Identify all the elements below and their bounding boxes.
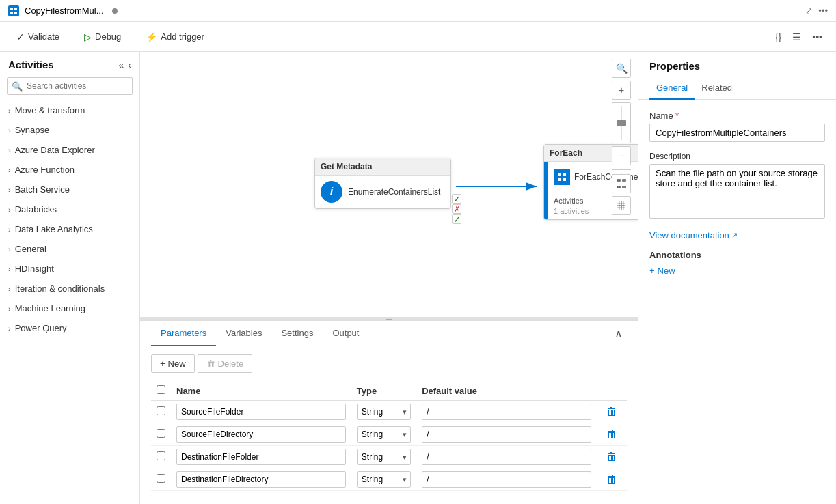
- sidebar-item-azure-function[interactable]: › Azure Function: [0, 160, 139, 180]
- svg-rect-1: [14, 8, 17, 10]
- svg-rect-11: [623, 180, 625, 181]
- name-field: Name *: [649, 111, 825, 142]
- param-name-input[interactable]: [176, 471, 346, 488]
- sidebar-item-move-transform[interactable]: › Move & transform: [0, 100, 139, 120]
- more-options-icon[interactable]: •••: [809, 29, 825, 45]
- foreach-sub-title: Activities: [554, 197, 583, 205]
- sidebar-item-label: Databricks: [15, 204, 57, 214]
- sidebar-item-machine-learning[interactable]: › Machine Learning: [0, 298, 139, 318]
- row-checkbox[interactable]: [157, 451, 165, 460]
- param-name-input[interactable]: [176, 449, 346, 465]
- validate-button[interactable]: ✓ Validate: [11, 29, 65, 45]
- row-checkbox[interactable]: [157, 474, 165, 483]
- chevron-icon: ›: [8, 305, 11, 313]
- props-tab-general[interactable]: General: [649, 77, 695, 100]
- param-default-input[interactable]: [422, 404, 591, 420]
- sidebar-item-general[interactable]: › General: [0, 239, 139, 259]
- main-layout: Activities « ‹ 🔍 › Move & transform › Sy…: [0, 52, 836, 504]
- toolbar-right: {} ☰ •••: [772, 29, 825, 45]
- zoom-in-button[interactable]: +: [612, 81, 631, 100]
- annotations-label: Annotations: [649, 250, 825, 260]
- sidebar-item-label: Batch Service: [15, 184, 70, 195]
- param-default-input[interactable]: [422, 426, 591, 443]
- svg-rect-0: [10, 8, 13, 10]
- delete-row-button[interactable]: 🗑: [602, 427, 621, 441]
- chevron-icon: ›: [8, 166, 11, 174]
- chevron-icon: ›: [8, 324, 11, 333]
- code-icon[interactable]: {}: [772, 29, 784, 45]
- sidebar-item-data-lake-analytics[interactable]: › Data Lake Analytics: [0, 219, 139, 239]
- sidebar-item-label: General: [15, 244, 46, 254]
- search-input[interactable]: [7, 77, 133, 95]
- validate-icon: ✓: [16, 31, 25, 42]
- tab-parameters[interactable]: Parameters: [151, 321, 216, 346]
- param-default-input[interactable]: [422, 449, 591, 465]
- app-title: CopyFilesfromMul...: [25, 5, 104, 16]
- fit-view-button[interactable]: [612, 174, 631, 193]
- row-checkbox[interactable]: [157, 429, 165, 438]
- app-icon: [8, 5, 19, 16]
- view-docs-link[interactable]: View documentation ↗: [649, 230, 825, 240]
- sidebar-item-power-query[interactable]: › Power Query: [0, 318, 139, 338]
- table-row: String Bool Int Float Array Object 🗑: [151, 423, 627, 446]
- delete-row-button[interactable]: 🗑: [602, 449, 621, 464]
- param-name-input[interactable]: [176, 404, 346, 420]
- get-metadata-node[interactable]: Get Metadata i EnumerateContainersList ✓…: [314, 158, 451, 209]
- name-input[interactable]: [649, 124, 825, 142]
- param-type-select[interactable]: String Bool Int Float Array Object: [357, 426, 411, 443]
- props-tab-related[interactable]: Related: [695, 77, 739, 100]
- tab-settings[interactable]: Settings: [271, 321, 323, 346]
- sidebar-item-iteration-conditionals[interactable]: › Iteration & conditionals: [0, 279, 139, 298]
- zoom-out-button[interactable]: −: [612, 146, 631, 165]
- tab-variables[interactable]: Variables: [216, 321, 271, 346]
- props-header: Properties: [638, 52, 836, 72]
- title-bar-actions: ⤢ •••: [805, 5, 828, 16]
- sidebar-item-label: Azure Data Explorer: [15, 145, 95, 155]
- select-all-checkbox[interactable]: [157, 385, 165, 394]
- more-icon[interactable]: •••: [818, 5, 828, 16]
- chevron-icon: ›: [8, 107, 11, 115]
- delete-row-button[interactable]: 🗑: [602, 472, 621, 486]
- param-name-input[interactable]: [176, 426, 346, 443]
- tab-close-dot[interactable]: [112, 8, 118, 14]
- external-link-icon: ↗: [731, 231, 738, 240]
- add-annotation-button[interactable]: + New: [649, 266, 825, 276]
- grid-view-button[interactable]: [612, 196, 631, 215]
- name-label: Name *: [649, 111, 825, 121]
- sidebar-item-azure-data-explorer[interactable]: › Azure Data Explorer: [0, 140, 139, 160]
- sidebar-title: Activities: [8, 59, 54, 70]
- expand-icon[interactable]: ⤢: [805, 5, 813, 16]
- delete-icon: 🗑: [206, 359, 215, 369]
- param-default-input[interactable]: [422, 471, 591, 488]
- params-table-body: String Bool Int Float Array Object 🗑 Str…: [151, 401, 627, 491]
- center-column: Get Metadata i EnumerateContainersList ✓…: [140, 52, 638, 504]
- sidebar-item-synapse[interactable]: › Synapse: [0, 120, 139, 140]
- delete-row-button[interactable]: 🗑: [602, 404, 621, 419]
- svg-rect-10: [617, 180, 620, 181]
- filter-icon[interactable]: ‹: [128, 59, 131, 70]
- search-box: 🔍: [7, 77, 133, 95]
- sidebar-item-hdinsight[interactable]: › HDInsight: [0, 259, 139, 279]
- list-icon[interactable]: ☰: [790, 29, 804, 45]
- zoom-slider[interactable]: [612, 102, 631, 143]
- tab-output[interactable]: Output: [323, 321, 368, 346]
- pipeline-canvas-area[interactable]: Get Metadata i EnumerateContainersList ✓…: [140, 52, 638, 317]
- param-type-select[interactable]: String Bool Int Float Array Object: [357, 404, 411, 420]
- delete-param-button[interactable]: 🗑 Delete: [198, 354, 253, 373]
- search-canvas-button[interactable]: 🔍: [612, 59, 631, 78]
- sidebar-item-databricks[interactable]: › Databricks: [0, 199, 139, 219]
- param-type-select[interactable]: String Bool Int Float Array Object: [357, 471, 411, 488]
- sidebar-item-batch-service[interactable]: › Batch Service: [0, 180, 139, 199]
- params-toolbar: + New 🗑 Delete: [151, 354, 627, 373]
- chevron-icon: ›: [8, 146, 11, 154]
- row-checkbox[interactable]: [157, 406, 165, 415]
- table-row: String Bool Int Float Array Object 🗑: [151, 401, 627, 423]
- toolbar: ✓ Validate ▷ Debug ⚡ Add trigger {} ☰ ••…: [0, 22, 836, 52]
- param-type-select[interactable]: String Bool Int Float Array Object: [357, 449, 411, 465]
- new-param-button[interactable]: + New: [151, 354, 195, 373]
- description-textarea[interactable]: Scan the file path on your source storag…: [649, 164, 825, 219]
- debug-button[interactable]: ▷ Debug: [79, 29, 126, 45]
- add-trigger-button[interactable]: ⚡ Add trigger: [140, 29, 210, 45]
- collapse-panel-button[interactable]: ∧: [610, 325, 627, 341]
- collapse-icon[interactable]: «: [119, 59, 124, 70]
